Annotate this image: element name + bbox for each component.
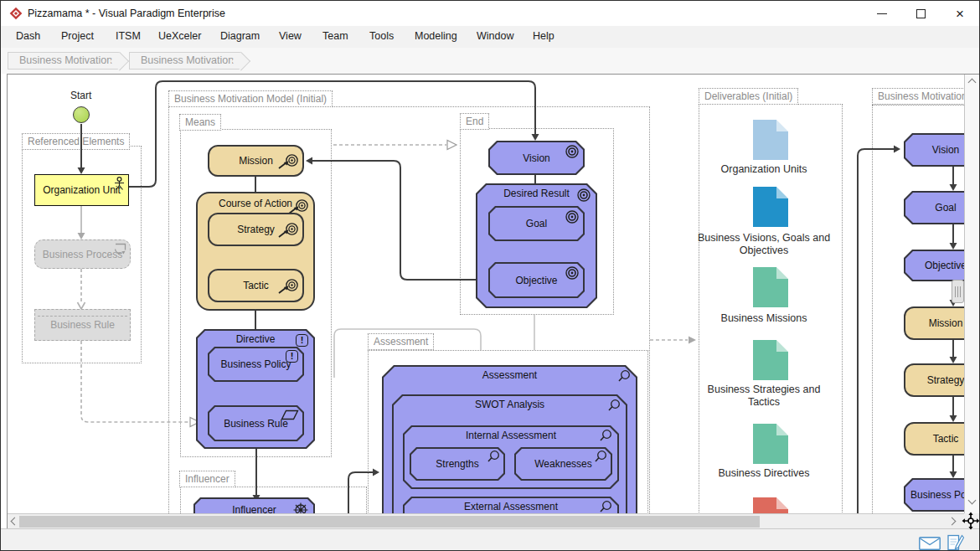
node-vision[interactable]: Vision — [488, 141, 585, 175]
goal-arrow-icon — [277, 153, 299, 170]
title-bar: Pizzamama * - Visual Paradigm Enterprise… — [1, 1, 979, 26]
minimize-button[interactable] — [868, 1, 896, 26]
app-window: Pizzamama * - Visual Paradigm Enterprise… — [0, 0, 980, 551]
maximize-button[interactable] — [906, 1, 935, 26]
subprocess-icon — [111, 243, 126, 255]
menu-window[interactable]: Window — [477, 30, 513, 42]
scroll-down-icon[interactable] — [968, 497, 977, 505]
node-objective-right[interactable]: Objective — [904, 250, 964, 281]
edit-document-icon[interactable] — [947, 533, 964, 551]
menu-help[interactable]: Help — [533, 30, 554, 42]
scroll-up-icon[interactable] — [968, 79, 977, 87]
status-bar — [1, 528, 979, 551]
wheel-icon — [292, 502, 309, 513]
menu-itsm[interactable]: ITSM — [116, 30, 141, 42]
deliverable-label: Business Missions — [695, 312, 833, 325]
node-vision-right[interactable]: Vision — [904, 133, 964, 167]
horizontal-scrollbar[interactable] — [8, 513, 964, 528]
breadcrumb: Business Motivation Business Motivation — [1, 48, 979, 74]
node-business-rule-ref[interactable]: Business Rule — [34, 309, 131, 341]
deliverable-doc-icon[interactable] — [753, 497, 788, 513]
deliverable-doc-icon[interactable] — [753, 340, 788, 380]
bullseye-icon — [565, 265, 580, 281]
magnifier-icon — [487, 450, 500, 463]
menu-bar: Dash Project ITSM UeXceler Diagram View … — [1, 26, 979, 48]
vertical-scrollbar[interactable] — [964, 75, 980, 513]
deliverable-doc-icon[interactable] — [753, 120, 788, 160]
deliverable-label: Business Visions, Goals and Objectives — [695, 232, 833, 257]
start-node[interactable] — [73, 106, 90, 123]
goal-arrow-icon — [277, 222, 299, 239]
maximize-icon — [916, 9, 926, 18]
magnifier-icon — [599, 500, 612, 513]
actor-icon — [114, 177, 125, 191]
node-influencer[interactable]: Influencer — [193, 497, 315, 513]
start-label: Start — [70, 90, 91, 101]
menu-diagram[interactable]: Diagram — [220, 30, 260, 42]
minimize-icon — [877, 13, 887, 14]
menu-uexceler[interactable]: UeXceler — [158, 30, 201, 42]
node-weaknesses[interactable]: Weaknesses — [514, 447, 612, 481]
node-business-process-ref[interactable]: Business Process — [34, 239, 131, 269]
node-goal-right[interactable]: Goal — [904, 191, 964, 224]
deliverable-doc-icon[interactable] — [753, 187, 788, 227]
goal-arrow-icon — [277, 278, 299, 295]
exclamation-icon: ! — [286, 350, 298, 363]
node-mission-right[interactable]: Mission — [904, 306, 964, 340]
breadcrumb-diagram[interactable]: Business Motivation — [129, 52, 240, 70]
node-objective[interactable]: Objective — [488, 262, 585, 298]
node-business-rule[interactable]: Business Rule — [208, 405, 304, 441]
horizontal-scroll-thumb[interactable] — [19, 516, 760, 528]
rule-parallelogram-icon — [281, 409, 299, 420]
visual-paradigm-logo-icon — [8, 6, 23, 21]
deliverable-doc-icon[interactable] — [753, 267, 788, 307]
node-strengths[interactable]: Strengths — [410, 447, 505, 481]
close-button[interactable]: × — [946, 1, 974, 26]
menu-tools[interactable]: Tools — [369, 30, 394, 42]
node-tactic[interactable]: Tactic — [208, 269, 304, 302]
deliverable-label: Organization Units — [695, 163, 833, 176]
magnifier-icon — [594, 450, 607, 463]
message-icon[interactable] — [919, 537, 941, 550]
menu-view[interactable]: View — [279, 30, 302, 42]
deliverable-label: Business Directives — [695, 467, 833, 480]
scroll-left-icon[interactable] — [11, 518, 19, 526]
breadcrumb-model[interactable]: Business Motivation — [8, 52, 119, 70]
menu-modeling[interactable]: Modeling — [415, 30, 457, 42]
magnifier-icon — [599, 429, 612, 442]
menu-team[interactable]: Team — [322, 30, 348, 42]
bullseye-icon — [565, 144, 580, 159]
node-strategy[interactable]: Strategy — [208, 213, 304, 246]
node-mission[interactable]: Mission — [208, 145, 304, 177]
window-title: Pizzamama * - Visual Paradigm Enterprise — [28, 8, 225, 19]
menu-project[interactable]: Project — [61, 30, 94, 42]
node-strategy-right[interactable]: Strategy — [904, 363, 964, 397]
exclamation-icon: ! — [296, 334, 308, 347]
node-business-policy[interactable]: Business Policy ! — [208, 347, 304, 382]
pan-tool-icon[interactable] — [962, 512, 980, 530]
node-external-assessment[interactable]: External Assessment — [403, 497, 619, 513]
bullseye-icon — [565, 209, 580, 224]
magnifier-icon — [617, 369, 631, 383]
node-tactic-right[interactable]: Tactic — [904, 422, 964, 456]
close-icon: × — [956, 7, 964, 21]
node-business-policy-right[interactable]: Business Policy — [904, 478, 964, 512]
deliverable-label: Business Strategies and Tactics — [695, 384, 833, 409]
magnifier-icon — [607, 399, 621, 412]
scroll-right-icon[interactable] — [948, 518, 957, 526]
bullseye-icon — [576, 188, 591, 203]
menu-dash[interactable]: Dash — [16, 30, 40, 42]
node-organization-unit[interactable]: Organization Unit — [34, 174, 129, 206]
node-goal[interactable]: Goal — [488, 206, 585, 241]
diagram-canvas[interactable]: Referenced Elements Business Motivation … — [8, 75, 964, 513]
overlay-scroll-thumb[interactable] — [952, 280, 964, 303]
deliverable-doc-icon[interactable] — [753, 424, 788, 464]
